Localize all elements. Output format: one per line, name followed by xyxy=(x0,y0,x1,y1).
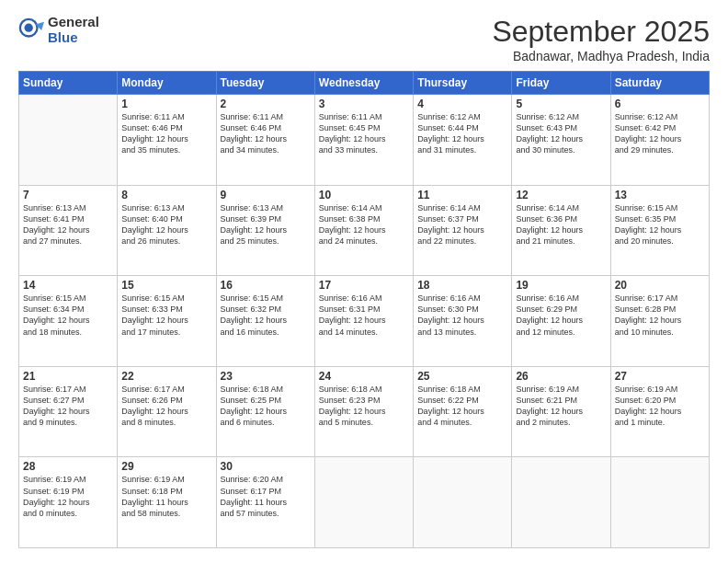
header-saturday: Saturday xyxy=(610,72,709,95)
day-number: 19 xyxy=(516,279,606,292)
day-info: Sunrise: 6:11 AM Sunset: 6:46 PM Dayligh… xyxy=(221,111,311,156)
table-row xyxy=(512,457,610,548)
day-number: 23 xyxy=(221,370,311,383)
day-info: Sunrise: 6:19 AM Sunset: 6:18 PM Dayligh… xyxy=(121,474,211,519)
day-info: Sunrise: 6:15 AM Sunset: 6:32 PM Dayligh… xyxy=(221,293,311,338)
svg-point-1 xyxy=(25,23,33,31)
day-info: Sunrise: 6:16 AM Sunset: 6:31 PM Dayligh… xyxy=(319,293,409,338)
table-row: 9Sunrise: 6:13 AM Sunset: 6:39 PM Daylig… xyxy=(216,185,314,276)
header-tuesday: Tuesday xyxy=(216,72,314,95)
day-info: Sunrise: 6:17 AM Sunset: 6:28 PM Dayligh… xyxy=(615,293,705,338)
day-info: Sunrise: 6:17 AM Sunset: 6:27 PM Dayligh… xyxy=(23,384,113,429)
table-row: 19Sunrise: 6:16 AM Sunset: 6:29 PM Dayli… xyxy=(512,276,610,367)
calendar-week-row: 7Sunrise: 6:13 AM Sunset: 6:41 PM Daylig… xyxy=(19,185,710,276)
page: General Blue September 2025 Badnawar, Ma… xyxy=(0,0,728,563)
calendar-table: Sunday Monday Tuesday Wednesday Thursday… xyxy=(18,71,710,548)
month-title: September 2025 xyxy=(492,15,710,49)
day-number: 9 xyxy=(221,189,311,201)
table-row: 8Sunrise: 6:13 AM Sunset: 6:40 PM Daylig… xyxy=(118,185,216,276)
title-block: September 2025 Badnawar, Madhya Pradesh,… xyxy=(492,15,710,63)
table-row: 28Sunrise: 6:19 AM Sunset: 6:19 PM Dayli… xyxy=(19,457,118,548)
table-row: 22Sunrise: 6:17 AM Sunset: 6:26 PM Dayli… xyxy=(118,366,216,457)
day-info: Sunrise: 6:12 AM Sunset: 6:44 PM Dayligh… xyxy=(417,111,507,156)
day-info: Sunrise: 6:12 AM Sunset: 6:43 PM Dayligh… xyxy=(516,111,606,156)
day-number: 21 xyxy=(23,370,113,383)
day-info: Sunrise: 6:17 AM Sunset: 6:26 PM Dayligh… xyxy=(121,384,211,429)
table-row xyxy=(314,457,413,548)
table-row: 17Sunrise: 6:16 AM Sunset: 6:31 PM Dayli… xyxy=(314,276,413,367)
day-info: Sunrise: 6:13 AM Sunset: 6:39 PM Dayligh… xyxy=(221,202,311,247)
table-row: 24Sunrise: 6:18 AM Sunset: 6:23 PM Dayli… xyxy=(314,366,413,457)
day-info: Sunrise: 6:13 AM Sunset: 6:40 PM Dayligh… xyxy=(121,202,211,247)
calendar-week-row: 14Sunrise: 6:15 AM Sunset: 6:34 PM Dayli… xyxy=(19,276,710,367)
day-number: 11 xyxy=(417,189,507,201)
calendar-header-row: Sunday Monday Tuesday Wednesday Thursday… xyxy=(19,72,710,95)
header-monday: Monday xyxy=(118,72,216,95)
day-number: 7 xyxy=(23,189,113,201)
day-number: 10 xyxy=(319,189,409,201)
day-info: Sunrise: 6:11 AM Sunset: 6:45 PM Dayligh… xyxy=(319,111,409,156)
day-info: Sunrise: 6:14 AM Sunset: 6:38 PM Dayligh… xyxy=(319,202,409,247)
table-row: 11Sunrise: 6:14 AM Sunset: 6:37 PM Dayli… xyxy=(414,185,512,276)
day-number: 17 xyxy=(319,279,409,292)
day-number: 16 xyxy=(221,279,311,292)
day-number: 4 xyxy=(417,98,507,110)
header-wednesday: Wednesday xyxy=(314,72,413,95)
table-row: 6Sunrise: 6:12 AM Sunset: 6:42 PM Daylig… xyxy=(610,95,709,186)
day-number: 8 xyxy=(121,189,211,201)
table-row: 20Sunrise: 6:17 AM Sunset: 6:28 PM Dayli… xyxy=(610,276,709,367)
table-row: 30Sunrise: 6:20 AM Sunset: 6:17 PM Dayli… xyxy=(216,457,314,548)
header: General Blue September 2025 Badnawar, Ma… xyxy=(18,15,710,63)
day-number: 22 xyxy=(121,370,211,383)
day-info: Sunrise: 6:20 AM Sunset: 6:17 PM Dayligh… xyxy=(221,474,311,519)
day-number: 20 xyxy=(615,279,705,292)
table-row: 3Sunrise: 6:11 AM Sunset: 6:45 PM Daylig… xyxy=(314,95,413,186)
day-number: 12 xyxy=(516,189,606,201)
day-number: 14 xyxy=(23,279,113,292)
day-number: 6 xyxy=(615,98,705,110)
day-info: Sunrise: 6:18 AM Sunset: 6:25 PM Dayligh… xyxy=(221,384,311,429)
header-sunday: Sunday xyxy=(19,72,118,95)
table-row: 18Sunrise: 6:16 AM Sunset: 6:30 PM Dayli… xyxy=(414,276,512,367)
day-number: 5 xyxy=(516,98,606,110)
table-row: 1Sunrise: 6:11 AM Sunset: 6:46 PM Daylig… xyxy=(118,95,216,186)
table-row: 26Sunrise: 6:19 AM Sunset: 6:21 PM Dayli… xyxy=(512,366,610,457)
day-info: Sunrise: 6:18 AM Sunset: 6:23 PM Dayligh… xyxy=(319,384,409,429)
table-row: 13Sunrise: 6:15 AM Sunset: 6:35 PM Dayli… xyxy=(610,185,709,276)
header-thursday: Thursday xyxy=(414,72,512,95)
table-row: 2Sunrise: 6:11 AM Sunset: 6:46 PM Daylig… xyxy=(216,95,314,186)
location: Badnawar, Madhya Pradesh, India xyxy=(492,49,710,63)
day-info: Sunrise: 6:15 AM Sunset: 6:34 PM Dayligh… xyxy=(23,293,113,338)
header-friday: Friday xyxy=(512,72,610,95)
day-number: 13 xyxy=(615,189,705,201)
logo: General Blue xyxy=(18,15,99,45)
day-info: Sunrise: 6:16 AM Sunset: 6:29 PM Dayligh… xyxy=(516,293,606,338)
day-number: 2 xyxy=(221,98,311,110)
day-number: 1 xyxy=(121,98,211,110)
table-row: 16Sunrise: 6:15 AM Sunset: 6:32 PM Dayli… xyxy=(216,276,314,367)
table-row: 14Sunrise: 6:15 AM Sunset: 6:34 PM Dayli… xyxy=(19,276,118,367)
table-row: 4Sunrise: 6:12 AM Sunset: 6:44 PM Daylig… xyxy=(414,95,512,186)
day-number: 24 xyxy=(319,370,409,383)
day-info: Sunrise: 6:15 AM Sunset: 6:35 PM Dayligh… xyxy=(615,202,705,247)
day-number: 28 xyxy=(23,460,113,473)
table-row: 10Sunrise: 6:14 AM Sunset: 6:38 PM Dayli… xyxy=(314,185,413,276)
day-number: 15 xyxy=(121,279,211,292)
table-row: 7Sunrise: 6:13 AM Sunset: 6:41 PM Daylig… xyxy=(19,185,118,276)
day-number: 26 xyxy=(516,370,606,383)
calendar-week-row: 28Sunrise: 6:19 AM Sunset: 6:19 PM Dayli… xyxy=(19,457,710,548)
calendar-week-row: 1Sunrise: 6:11 AM Sunset: 6:46 PM Daylig… xyxy=(19,95,710,186)
day-info: Sunrise: 6:16 AM Sunset: 6:30 PM Dayligh… xyxy=(417,293,507,338)
logo-icon xyxy=(18,17,44,43)
day-number: 27 xyxy=(615,370,705,383)
day-info: Sunrise: 6:15 AM Sunset: 6:33 PM Dayligh… xyxy=(121,293,211,338)
day-number: 30 xyxy=(221,460,311,473)
day-info: Sunrise: 6:11 AM Sunset: 6:46 PM Dayligh… xyxy=(121,111,211,156)
table-row: 27Sunrise: 6:19 AM Sunset: 6:20 PM Dayli… xyxy=(610,366,709,457)
table-row xyxy=(414,457,512,548)
day-info: Sunrise: 6:12 AM Sunset: 6:42 PM Dayligh… xyxy=(615,111,705,156)
table-row xyxy=(610,457,709,548)
table-row: 29Sunrise: 6:19 AM Sunset: 6:18 PM Dayli… xyxy=(118,457,216,548)
day-number: 25 xyxy=(417,370,507,383)
table-row: 21Sunrise: 6:17 AM Sunset: 6:27 PM Dayli… xyxy=(19,366,118,457)
